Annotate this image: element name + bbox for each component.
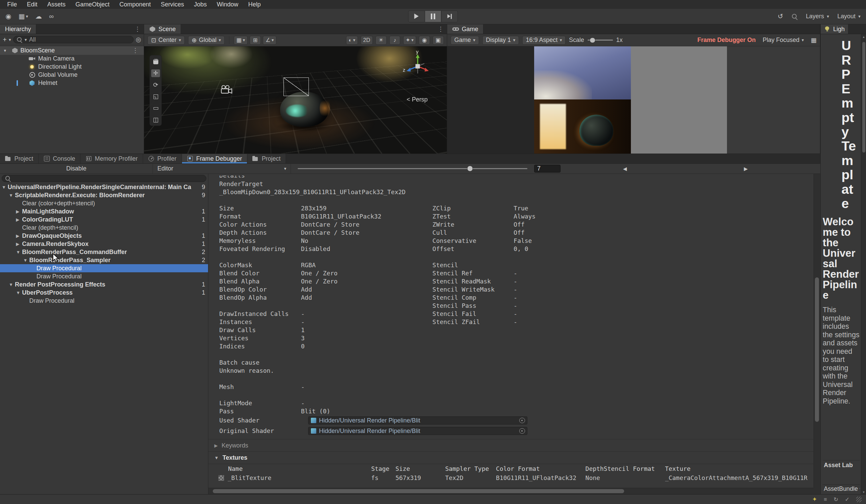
play-focused-dropdown[interactable]: Play Focused▾	[759, 36, 808, 45]
frame-event-row[interactable]: Clear (color+depth+stencil)	[0, 199, 208, 208]
layers-dropdown[interactable]: Layers▾	[806, 13, 829, 20]
frame-event-row[interactable]: ▼ ScriptableRenderer.Execute: BloomRende…	[0, 191, 208, 199]
frame-event-row[interactable]: ▶ ColorGradingLUT 1	[0, 215, 208, 224]
game-viewport[interactable]	[447, 46, 820, 154]
camera-gizmo[interactable]	[220, 85, 234, 95]
projection-label[interactable]: < Persp	[407, 96, 428, 103]
menu-item[interactable]: Services	[156, 1, 189, 8]
frame-event-row[interactable]: Draw Procedural	[0, 272, 208, 280]
scene-toggle-button[interactable]: ▾	[346, 36, 358, 45]
bottom-tab[interactable]: Console	[38, 154, 80, 164]
tab-game[interactable]: Game	[447, 24, 484, 34]
expander-icon[interactable]: ▼	[9, 193, 15, 198]
game-target-dropdown[interactable]: Game▾	[451, 36, 479, 45]
pause-button[interactable]	[425, 11, 442, 22]
details-vertical-scrollbar[interactable]	[813, 174, 820, 488]
bottom-tab[interactable]: Memory Profiler	[80, 154, 143, 164]
toolbar-icon[interactable]: ▾	[5, 12, 11, 20]
expander-icon[interactable]: ▶	[16, 217, 22, 222]
scene-viewport[interactable]: ✛ ⟳ ◱ ▭ ◫ y z < Persp	[144, 46, 447, 154]
menu-item[interactable]: Jobs	[189, 1, 212, 8]
next-event-button[interactable]: ▶	[744, 166, 747, 171]
frame-number-input[interactable]: 7	[534, 165, 560, 172]
expander-icon[interactable]: ▾	[4, 48, 9, 53]
snap-tool-button[interactable]: ▾	[234, 36, 247, 45]
scene-orientation-gizmo[interactable]: y z	[402, 50, 433, 82]
scene-toggle-button[interactable]: ▾	[419, 36, 430, 45]
scene-toggle-button[interactable]: ▾	[376, 36, 387, 45]
menu-item[interactable]: Assets	[42, 1, 70, 8]
status-icon[interactable]	[834, 496, 838, 503]
menu-item[interactable]: Component	[114, 1, 156, 8]
add-object-caret-icon[interactable]: ▾	[9, 37, 11, 42]
hierarchy-item[interactable]: Main Camera	[0, 55, 144, 63]
rotate-tool[interactable]: ⟳	[151, 81, 160, 89]
bottom-tab[interactable]: Project	[247, 154, 286, 164]
details-horizontal-scrollbar[interactable]	[208, 488, 813, 494]
frame-event-row[interactable]: ▼ BloomRenderPass_Sampler 2	[0, 256, 208, 264]
frame-event-row[interactable]: ▶ MainLightShadow 1	[0, 208, 208, 215]
hierarchy-search-input[interactable]: ▾ All	[13, 36, 134, 43]
expander-icon[interactable]: ▼	[16, 290, 22, 295]
target-dropdown[interactable]: Editor▾	[153, 164, 291, 173]
frame-event-row[interactable]: ▶ Camera.RenderSkybox 1	[0, 240, 208, 248]
previous-event-button[interactable]: ◀	[623, 166, 627, 171]
expander-icon[interactable]: ▼	[16, 250, 22, 255]
frame-event-row[interactable]: Clear (depth+stencil)	[0, 224, 208, 232]
add-object-button[interactable]: +	[3, 36, 7, 44]
scale-slider[interactable]	[588, 40, 613, 41]
scrollbar-thumb[interactable]	[213, 489, 624, 493]
view-tool[interactable]	[151, 58, 160, 66]
frame-event-row[interactable]: ▶ DrawOpaqueObjects 1	[0, 232, 208, 240]
tab-hierarchy[interactable]: Hierarchy	[0, 24, 36, 34]
toolbar-icon[interactable]: ▾	[19, 12, 28, 20]
display-dropdown[interactable]: Display 1▾	[482, 36, 519, 45]
frame-event-row[interactable]: ▼ Render PostProcessing Effects 1	[0, 280, 208, 289]
toolbar-icon[interactable]: ▾	[35, 12, 42, 20]
frame-slider[interactable]	[298, 168, 528, 169]
frame-event-row[interactable]: Draw Procedural	[0, 264, 208, 272]
hierarchy-item[interactable]: Directional Light	[0, 63, 144, 71]
status-icon[interactable]	[812, 495, 817, 503]
scrollbar-thumb[interactable]	[815, 277, 819, 422]
layout-dropdown[interactable]: Layout▾	[837, 13, 861, 20]
asset-labels-section[interactable]: Asset Lab	[823, 460, 860, 470]
tool-pivot-dropdown[interactable]: Center▾	[147, 36, 185, 45]
search-icon[interactable]	[791, 13, 798, 19]
object-picker-icon[interactable]	[519, 418, 525, 423]
status-icon[interactable]	[824, 496, 827, 503]
play-button[interactable]	[408, 11, 425, 22]
hierarchy-item[interactable]: Helmet	[0, 79, 144, 87]
snap-tool-button[interactable]: ▾	[249, 36, 261, 45]
scene-header-row[interactable]: ▾ BloomScene ⋮	[0, 46, 144, 55]
toolbar-icon[interactable]: ▾	[49, 12, 54, 20]
tool-space-dropdown[interactable]: Global▾	[188, 36, 225, 45]
expander-icon[interactable]: ▼	[9, 282, 15, 287]
scene-toggle-button[interactable]: ▾	[433, 36, 444, 45]
hierarchy-item[interactable]: Global Volume	[0, 71, 144, 79]
move-tool[interactable]: ✛	[151, 69, 160, 77]
tab-lighting[interactable]: Ligh	[821, 24, 848, 34]
menu-item[interactable]: Edit	[22, 1, 42, 8]
frame-event-row[interactable]: ▼ UniversalRenderPipeline.RenderSingleCa…	[0, 183, 208, 191]
shader-object-field[interactable]: Hidden/Universal Render Pipeline/Blit	[308, 427, 528, 435]
expander-icon[interactable]: ▼	[2, 185, 8, 190]
texture-row[interactable]: _BlitTexture fs 567x319 Tex2D B10G11R11_…	[217, 473, 813, 482]
object-picker-icon[interactable]	[519, 428, 525, 434]
scroll-down-icon[interactable]: ▾	[861, 490, 866, 494]
slider-handle[interactable]	[467, 166, 473, 171]
scale-tool[interactable]: ◱	[151, 93, 160, 100]
scrollbar-thumb[interactable]	[862, 42, 865, 153]
aspect-dropdown[interactable]: 16:9 Aspect▾	[522, 36, 566, 45]
frame-event-row[interactable]: ▼ UberPostProcess 1	[0, 289, 208, 296]
scene-options-icon[interactable]: ⋮	[129, 47, 142, 54]
status-icon[interactable]	[845, 496, 850, 503]
bottom-tab[interactable]: Project	[0, 154, 38, 164]
inspector-scrollbar[interactable]: ▴ ▾	[861, 34, 866, 494]
shader-object-field[interactable]: Hidden/Universal Render Pipeline/Blit	[308, 416, 528, 425]
menu-item[interactable]: Window	[212, 1, 243, 8]
expander-icon[interactable]: ▶	[16, 209, 22, 214]
expander-icon[interactable]: ▶	[16, 242, 22, 247]
helmet-model[interactable]	[280, 92, 329, 127]
resize-grip[interactable]	[856, 496, 862, 502]
